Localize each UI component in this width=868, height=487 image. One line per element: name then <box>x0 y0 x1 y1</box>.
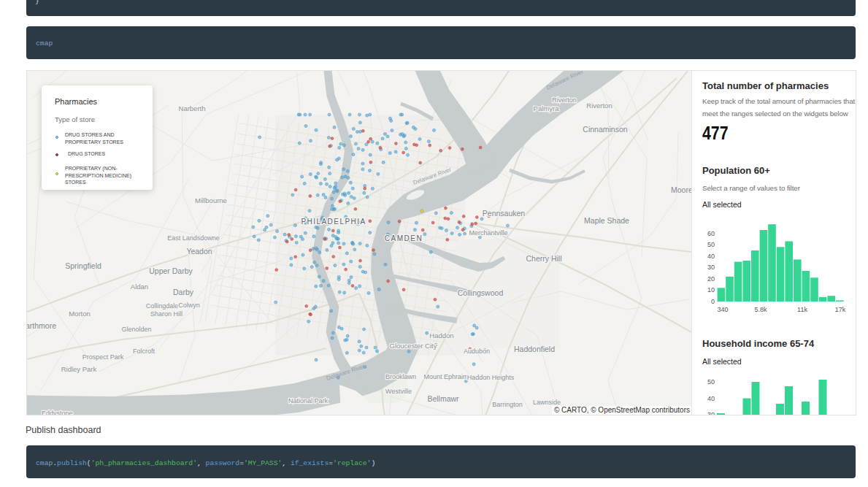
svg-text:Prospect Park: Prospect Park <box>82 353 124 361</box>
svg-text:Haddonfield: Haddonfield <box>514 345 555 353</box>
svg-text:Riverton: Riverton <box>552 96 577 104</box>
svg-text:Upper Darby: Upper Darby <box>149 266 193 275</box>
svg-text:Sharon Hill: Sharon Hill <box>150 310 183 318</box>
svg-text:Riverton: Riverton <box>586 101 612 110</box>
svg-text:Collingdale: Collingdale <box>146 302 179 310</box>
svg-text:Palmyra: Palmyra <box>534 104 560 112</box>
svg-text:Cinnaminson: Cinnaminson <box>583 125 627 134</box>
svg-text:Brooklawn: Brooklawn <box>385 373 416 380</box>
svg-text:20: 20 <box>707 275 715 283</box>
svg-text:Gloucester City: Gloucester City <box>390 342 437 350</box>
svg-text:Yeadon: Yeadon <box>186 247 212 256</box>
svg-text:11k: 11k <box>797 306 807 313</box>
svg-text:40: 40 <box>707 395 715 402</box>
svg-text:Springfield: Springfield <box>65 261 101 270</box>
svg-text:Maple Shade: Maple Shade <box>584 216 629 225</box>
svg-text:Barrington: Barrington <box>492 401 523 408</box>
svg-text:East Landsdowne: East Landsdowne <box>167 234 220 242</box>
svg-text:Morton: Morton <box>69 310 91 318</box>
svg-text:10: 10 <box>707 286 715 294</box>
svg-text:Westville: Westville <box>385 388 412 395</box>
svg-text:Mount Ephraim: Mount Ephraim <box>423 373 468 380</box>
svg-text:Pennsauken: Pennsauken <box>483 209 526 218</box>
svg-text:Narberth: Narberth <box>179 104 206 112</box>
svg-text:30: 30 <box>707 264 715 271</box>
svg-text:Aldan: Aldan <box>131 283 148 291</box>
svg-text:Haddon Heights: Haddon Heights <box>467 374 515 381</box>
svg-text:Audubon: Audubon <box>464 348 490 355</box>
svg-text:60: 60 <box>707 230 715 237</box>
svg-text:340: 340 <box>717 306 728 313</box>
svg-text:Darby: Darby <box>173 288 194 296</box>
svg-text:5.8k: 5.8k <box>754 306 767 313</box>
svg-text:Millbourne: Millbourne <box>195 196 227 204</box>
svg-text:Glenolden: Glenolden <box>121 326 151 333</box>
svg-text:Haddon: Haddon <box>429 331 453 340</box>
svg-text:Merchantville: Merchantville <box>469 229 507 237</box>
svg-text:National Park: National Park <box>288 397 329 404</box>
svg-text:CAMDEN: CAMDEN <box>385 234 423 242</box>
svg-text:Folcroft: Folcroft <box>133 348 155 355</box>
svg-text:0: 0 <box>711 298 715 305</box>
svg-text:17k: 17k <box>835 306 846 313</box>
svg-text:30: 30 <box>707 411 715 415</box>
svg-text:50: 50 <box>707 241 715 248</box>
svg-text:Cherry Hill: Cherry Hill <box>526 254 561 263</box>
svg-text:Collingswood: Collingswood <box>458 288 504 297</box>
svg-text:PHILADELPHIA: PHILADELPHIA <box>301 218 366 226</box>
svg-text:Colwyn: Colwyn <box>178 302 200 309</box>
svg-text:Eddystone: Eddystone <box>42 410 73 415</box>
svg-text:Ridley Park: Ridley Park <box>61 365 97 373</box>
svg-text:arthmore: arthmore <box>27 321 56 330</box>
svg-text:50: 50 <box>707 378 715 386</box>
svg-text:Lawnside: Lawnside <box>533 399 561 406</box>
svg-text:Moorest: Moorest <box>671 185 691 194</box>
svg-text:40: 40 <box>707 253 715 260</box>
svg-text:Bellmawr: Bellmawr <box>427 394 459 403</box>
